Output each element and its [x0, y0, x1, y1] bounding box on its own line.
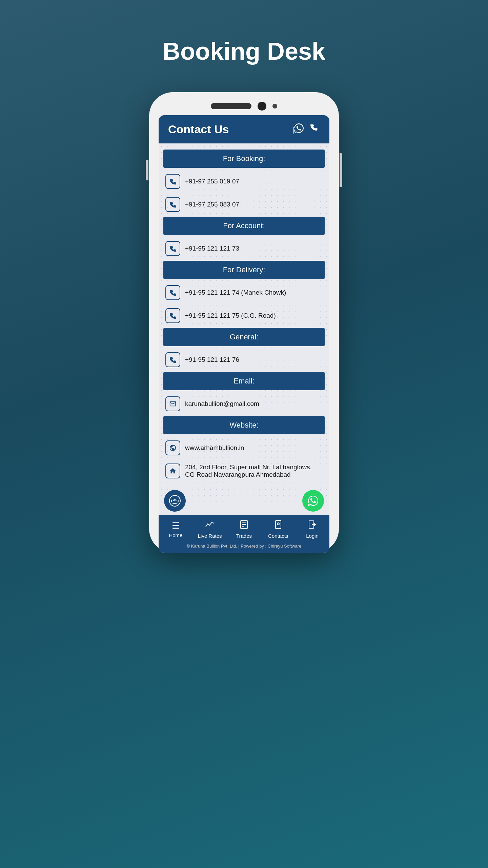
- nav-item-login[interactable]: Login: [299, 520, 326, 539]
- whatsapp-fab-button[interactable]: [302, 490, 324, 512]
- contact-booking-1[interactable]: +91-97 255 019 07: [163, 171, 325, 192]
- section-email-header: Email:: [163, 372, 325, 390]
- contact-delivery-1-text: +91-95 121 121 74 (Manek Chowk): [185, 289, 286, 296]
- contact-delivery-1[interactable]: +91-95 121 121 74 (Manek Chowk): [163, 282, 325, 303]
- login-nav-label: Login: [306, 533, 319, 539]
- screen-content: For Booking: +91-97 255 019 07 +91-97 25…: [159, 143, 329, 487]
- contact-delivery-2[interactable]: +91-95 121 121 75 (C.G. Road): [163, 305, 325, 327]
- contact-booking-1-text: +91-97 255 019 07: [185, 178, 239, 185]
- page-title: Booking Desk: [163, 37, 325, 65]
- support-24h-button[interactable]: 24: [164, 490, 186, 512]
- phone-camera: [258, 102, 266, 111]
- contact-website-1-text: www.arhambullion.in: [185, 444, 244, 452]
- phone-screen: Contact Us For Booking:: [159, 115, 329, 553]
- footer: © Karuna Bullion Pvt. Ltd. | Powered by …: [159, 541, 329, 553]
- globe-icon: [165, 440, 180, 455]
- contacts-nav-label: Contacts: [268, 533, 288, 539]
- contact-booking-2-text: +91-97 255 083 07: [185, 201, 239, 208]
- home-nav-label: Home: [169, 532, 182, 538]
- live-rates-nav-label: Live Rates: [198, 533, 222, 539]
- contact-email-1[interactable]: karunabullion@gmail.com: [163, 393, 325, 415]
- contact-general-1-text: +91-95 121 121 76: [185, 356, 239, 363]
- side-button-right: [340, 153, 342, 187]
- contact-email-1-text: karunabullion@gmail.com: [185, 400, 259, 408]
- phone-header-icon[interactable]: [310, 123, 320, 136]
- phone-icon-delivery-2: [165, 308, 180, 323]
- svg-text:24: 24: [173, 498, 177, 501]
- trades-nav-label: Trades: [236, 533, 252, 539]
- login-nav-icon: [308, 520, 317, 532]
- contact-address-1-text: 204, 2nd Floor, Super mall Nr. Lal bangl…: [185, 463, 323, 478]
- contact-website-1[interactable]: www.arhambullion.in: [163, 437, 325, 459]
- contact-account-1-text: +91-95 121 121 73: [185, 245, 239, 252]
- screen-header: Contact Us: [159, 115, 329, 143]
- phone-dot: [272, 104, 277, 108]
- phone-notch: [159, 102, 329, 111]
- phone-icon-delivery-1: [165, 285, 180, 300]
- floating-buttons-row: 24: [159, 487, 329, 515]
- nav-item-contacts[interactable]: Contacts: [265, 520, 292, 539]
- header-icons: [293, 123, 320, 136]
- trades-nav-icon: [239, 520, 249, 532]
- contact-account-1[interactable]: +91-95 121 121 73: [163, 238, 325, 259]
- section-delivery-header: For Delivery:: [163, 261, 325, 279]
- section-general-header: General:: [163, 328, 325, 346]
- whatsapp-icon[interactable]: [293, 123, 304, 136]
- screen-header-title: Contact Us: [168, 123, 229, 136]
- contact-booking-2[interactable]: +91-97 255 083 07: [163, 194, 325, 215]
- section-website-header: Website:: [163, 416, 325, 434]
- bottom-navigation: ☰ Home Live Rates: [159, 515, 329, 541]
- contacts-nav-icon: [273, 520, 283, 532]
- email-icon: [165, 396, 180, 411]
- section-account-header: For Account:: [163, 217, 325, 235]
- nav-item-live-rates[interactable]: Live Rates: [196, 520, 223, 539]
- phone-shell: Contact Us For Booking:: [149, 92, 339, 553]
- contact-delivery-2-text: +91-95 121 121 75 (C.G. Road): [185, 312, 276, 319]
- phone-icon-booking-2: [165, 197, 180, 212]
- phone-icon-general-1: [165, 352, 180, 367]
- home-icon: [165, 463, 180, 478]
- phone-icon-booking-1: [165, 174, 180, 189]
- nav-item-trades[interactable]: Trades: [230, 520, 258, 539]
- contact-general-1[interactable]: +91-95 121 121 76: [163, 349, 325, 371]
- side-button-left: [146, 160, 148, 180]
- home-nav-icon: ☰: [172, 520, 180, 531]
- contact-address-1[interactable]: 204, 2nd Floor, Super mall Nr. Lal bangl…: [163, 460, 325, 482]
- live-rates-nav-icon: [205, 520, 215, 532]
- nav-item-home[interactable]: ☰ Home: [162, 520, 189, 538]
- section-booking-header: For Booking:: [163, 150, 325, 168]
- phone-speaker: [211, 103, 251, 109]
- svg-point-7: [277, 523, 279, 525]
- phone-icon-account-1: [165, 241, 180, 256]
